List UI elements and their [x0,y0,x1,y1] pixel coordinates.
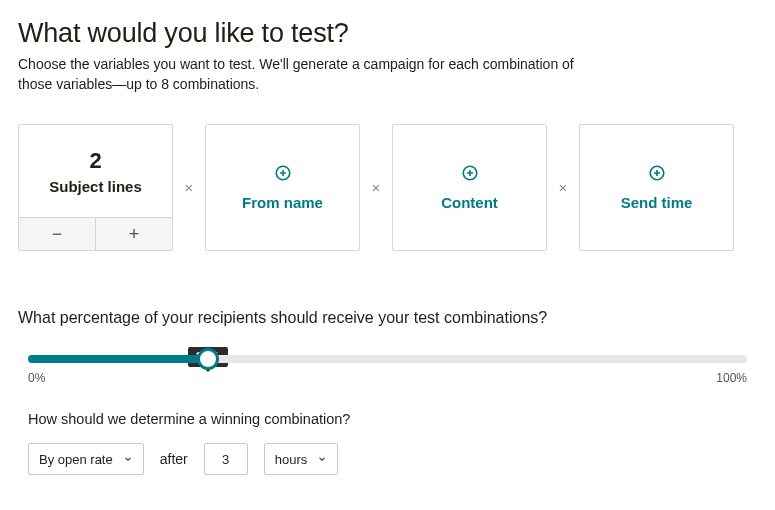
slider-fill [28,355,208,363]
slider-track [28,355,747,363]
chevron-down-icon [123,452,133,467]
from-name-card[interactable]: From name [205,124,360,251]
after-label: after [160,451,188,467]
page-title: What would you like to test? [18,18,757,49]
subject-lines-label: Subject lines [49,178,142,195]
send-time-card[interactable]: Send time [579,124,734,251]
percentage-slider[interactable]: 25% 0% 100% [28,355,747,385]
content-card[interactable]: Content [392,124,547,251]
plus-circle-icon [461,164,479,182]
multiply-icon: × [557,179,569,196]
plus-circle-icon [274,164,292,182]
chevron-down-icon [317,452,327,467]
winner-question: How should we determine a winning combin… [18,411,757,427]
content-label: Content [441,194,498,211]
multiply-icon: × [370,179,382,196]
variable-cards-row: 2 Subject lines − + × From name × Conten… [18,124,757,251]
subject-lines-decrement[interactable]: − [19,218,96,250]
winner-duration-input[interactable]: 3 [204,443,248,475]
winner-unit-select[interactable]: hours [264,443,339,475]
winner-metric-value: By open rate [39,452,113,467]
subject-lines-card: 2 Subject lines − + [18,124,173,251]
plus-circle-icon [648,164,666,182]
slider-range-labels: 0% 100% [28,371,747,385]
subject-lines-increment[interactable]: + [96,218,172,250]
percentage-question: What percentage of your recipients shoul… [18,309,757,327]
slider-thumb[interactable] [197,348,219,370]
subject-lines-count: 2 [89,148,101,174]
page-subtitle: Choose the variables you want to test. W… [18,55,578,94]
subject-lines-stepper: − + [19,217,172,250]
slider-max-label: 100% [716,371,747,385]
winner-unit-value: hours [275,452,308,467]
from-name-label: From name [242,194,323,211]
send-time-label: Send time [621,194,693,211]
slider-min-label: 0% [28,371,45,385]
multiply-icon: × [183,179,195,196]
subject-lines-body: 2 Subject lines [19,125,172,217]
winner-metric-select[interactable]: By open rate [28,443,144,475]
winner-controls: By open rate after 3 hours [18,443,757,475]
